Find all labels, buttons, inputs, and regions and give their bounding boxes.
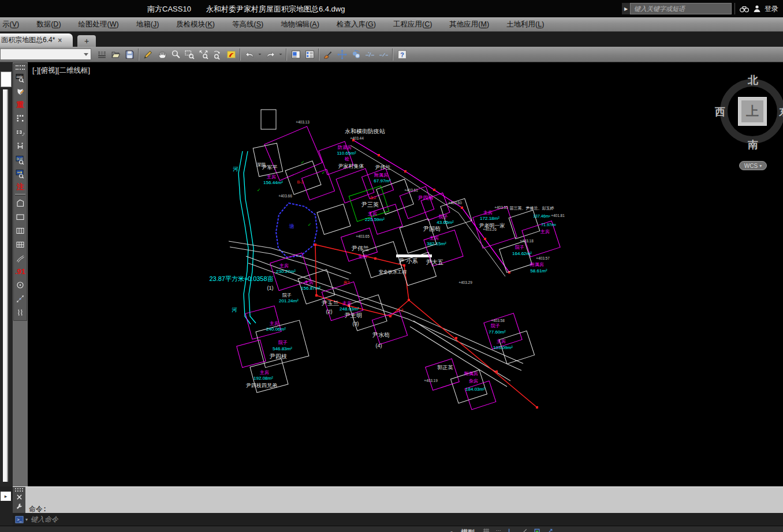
char-zhong-button[interactable]: 重 xyxy=(14,99,27,111)
svg-text:主房: 主房 xyxy=(304,280,314,285)
caret-icon[interactable] xyxy=(256,48,263,61)
side-toolbar: code重[x,y]注.91 xyxy=(13,62,28,486)
caret-icon[interactable] xyxy=(277,48,284,61)
docked-panel-edge[interactable] xyxy=(3,89,8,482)
status-coords: - xyxy=(450,528,453,532)
menu-item[interactable]: 地物编辑(A) xyxy=(272,20,328,29)
menu-item[interactable]: 数据(D) xyxy=(28,20,69,29)
binoculars-icon[interactable] xyxy=(738,3,751,14)
undo-icon[interactable] xyxy=(243,48,256,61)
menu-item[interactable]: 地籍(J) xyxy=(128,20,168,29)
redline-icon[interactable] xyxy=(224,48,238,61)
save-icon[interactable] xyxy=(122,48,136,61)
menu-item[interactable]: 工程应用(C) xyxy=(385,20,441,29)
close-icon[interactable] xyxy=(16,493,23,501)
help-search-input[interactable] xyxy=(630,3,732,14)
svg-text:附属房: 附属房 xyxy=(464,371,478,376)
drawing-canvas[interactable]: [-][俯视][二维线框] 永和横街防疫站防震房110.65m²砼尹家村集体深田… xyxy=(28,62,783,486)
command-expand-button[interactable]: ▸ xyxy=(1,492,11,501)
menu-item[interactable]: 土地利用(L) xyxy=(498,20,553,29)
new-tab-button[interactable]: + xyxy=(77,35,96,47)
move-icon[interactable] xyxy=(335,48,349,61)
char-91-button[interactable]: .91 xyxy=(14,265,27,278)
select-dots-icon[interactable] xyxy=(14,111,27,125)
zoom-icon[interactable] xyxy=(169,48,182,61)
open-icon[interactable] xyxy=(109,48,122,61)
menu-item[interactable]: 质检模块(K) xyxy=(167,20,223,29)
help-icon[interactable]: ? xyxy=(395,48,409,61)
table-rows-icon[interactable] xyxy=(14,224,27,238)
rotate-icon[interactable] xyxy=(349,48,363,61)
svg-text:主房: 主房 xyxy=(483,210,493,215)
viewport-controls[interactable]: [-][俯视][二维线框] xyxy=(32,66,90,76)
h-grip-icon[interactable] xyxy=(14,139,27,153)
menu-item[interactable]: 绘图处理(W) xyxy=(70,20,128,29)
grid-icon[interactable] xyxy=(483,528,490,532)
zoom-prev-icon[interactable] xyxy=(210,48,224,61)
command-input[interactable] xyxy=(29,515,783,524)
svg-text:+403.65: +403.65 xyxy=(356,234,370,238)
zoom-window-icon[interactable] xyxy=(182,48,196,61)
menu-item[interactable]: 其他应用(M) xyxy=(441,20,498,29)
props-icon[interactable] xyxy=(289,48,303,61)
linetype-icon[interactable] xyxy=(95,48,109,61)
menu-item[interactable]: 检查入库(G) xyxy=(328,20,385,29)
menu-item[interactable]: 等高线(S) xyxy=(223,20,272,29)
docked-panel-stub[interactable] xyxy=(1,72,12,87)
brush-icon[interactable] xyxy=(321,48,335,61)
xy-zoom-icon[interactable]: [x,y] xyxy=(14,153,27,167)
svg-text:+403.55: +403.55 xyxy=(494,205,508,209)
waves-icon[interactable] xyxy=(14,306,27,320)
view-cube-east[interactable]: 东 xyxy=(779,105,783,119)
drawing-tab[interactable]: 面积宗地图总6.4* × xyxy=(0,33,73,47)
svg-text:尹水苟: 尹水苟 xyxy=(372,332,390,338)
snap-icon[interactable] xyxy=(495,528,502,532)
circle-dot-icon[interactable] xyxy=(14,278,27,292)
model-tab[interactable]: 模型 xyxy=(461,528,475,532)
svg-text:110.65m²: 110.65m² xyxy=(337,151,356,156)
table-cols-icon[interactable] xyxy=(14,238,27,252)
view-cube-south[interactable]: 南 xyxy=(748,138,758,152)
pan-zoom-icon[interactable] xyxy=(14,167,27,181)
command-history[interactable]: 命令: 自动保存到 C:\Users\Administrator\appdata… xyxy=(25,487,783,513)
break1-icon[interactable] xyxy=(363,48,376,61)
polygon-icon[interactable] xyxy=(14,196,27,210)
command-panel-handle[interactable] xyxy=(13,487,25,513)
wcs-dropdown[interactable]: WCS ▾ xyxy=(739,161,767,170)
user-icon[interactable] xyxy=(751,3,763,14)
ortho-icon[interactable] xyxy=(508,528,515,532)
plot-icon[interactable] xyxy=(141,48,155,61)
grip-icon[interactable] xyxy=(15,488,23,492)
road-icon[interactable] xyxy=(14,252,27,265)
dyn-input-icon[interactable] xyxy=(546,528,553,532)
measure-icon[interactable] xyxy=(14,292,27,306)
osnap-icon[interactable] xyxy=(534,528,540,532)
toolbar-separator xyxy=(392,48,393,61)
pan-icon[interactable] xyxy=(155,48,169,61)
zoom-scale-icon[interactable] xyxy=(196,48,210,61)
view-cube-face[interactable]: 上 xyxy=(738,97,767,126)
svg-text:(1): (1) xyxy=(267,285,274,291)
redo-icon[interactable] xyxy=(263,48,277,61)
search-expand-icon[interactable]: ▶ xyxy=(622,3,630,14)
toolbar-grip-handle[interactable] xyxy=(16,65,25,70)
layers-icon[interactable] xyxy=(303,48,316,61)
svg-text:河: 河 xyxy=(232,307,237,313)
login-button[interactable]: 登录 xyxy=(765,4,778,14)
view-cube-west[interactable]: 西 xyxy=(715,105,725,119)
rectangle-icon[interactable] xyxy=(14,210,27,224)
command-history-caret[interactable]: ▾ xyxy=(25,517,28,522)
code-zoom-icon[interactable]: code xyxy=(14,71,27,85)
svg-text:尹国苟: 尹国苟 xyxy=(423,226,441,232)
break2-icon[interactable] xyxy=(376,48,390,61)
shield-edit-icon[interactable] xyxy=(14,85,27,99)
menu-item[interactable]: 示(V) xyxy=(0,20,28,29)
svg-text:尹四枝: 尹四枝 xyxy=(269,353,287,359)
char-zhu-button[interactable]: 注 xyxy=(14,181,27,193)
polar-icon[interactable] xyxy=(521,528,528,532)
quick-combobox[interactable] xyxy=(0,48,91,60)
wrench-icon[interactable] xyxy=(16,503,23,510)
view-cube-north[interactable]: 北 xyxy=(748,73,758,87)
tab-close-icon[interactable]: × xyxy=(58,36,62,44)
camera-rotate-icon[interactable] xyxy=(14,125,27,139)
